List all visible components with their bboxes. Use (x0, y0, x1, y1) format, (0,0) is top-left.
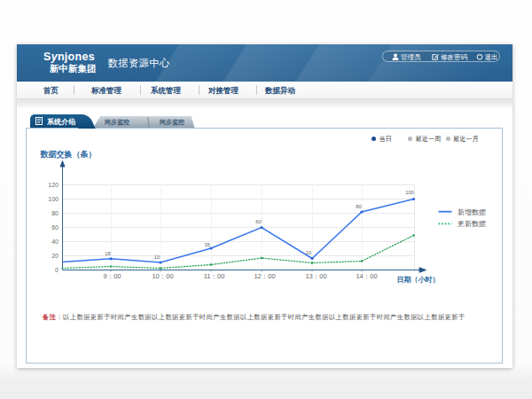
svg-text:14：00: 14：00 (356, 272, 377, 280)
svg-text:10: 10 (154, 254, 160, 260)
svg-text:新增数据: 新增数据 (458, 208, 486, 216)
svg-text:0: 0 (55, 267, 59, 273)
svg-text:更新数据: 更新数据 (458, 220, 486, 228)
svg-text:120: 120 (48, 182, 59, 188)
svg-text:80: 80 (51, 210, 59, 216)
svg-text:18: 18 (105, 251, 110, 256)
svg-text:80: 80 (356, 204, 361, 209)
svg-text:60: 60 (51, 224, 59, 231)
svg-text:35: 35 (204, 242, 209, 247)
svg-text:13：00: 13：00 (305, 272, 326, 280)
svg-text:12：00: 12：00 (254, 272, 275, 280)
svg-text:100: 100 (48, 196, 59, 202)
svg-text:100: 100 (405, 190, 414, 195)
svg-text:40: 40 (51, 239, 59, 245)
svg-text:20: 20 (51, 253, 59, 259)
svg-text:数据交换（条）: 数据交换（条） (40, 150, 97, 159)
svg-text:11：00: 11：00 (204, 272, 225, 280)
svg-text:10: 10 (306, 250, 311, 255)
svg-text:60: 60 (255, 219, 261, 224)
svg-text:10：00: 10：00 (152, 272, 173, 280)
svg-text:9：00: 9：00 (103, 272, 121, 280)
svg-text:日期（小时）: 日期（小时） (397, 276, 440, 284)
